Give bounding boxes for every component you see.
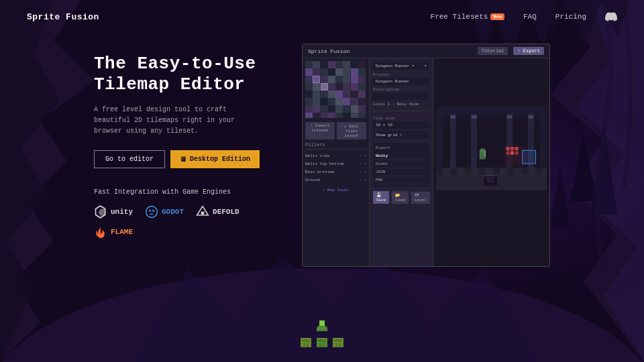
svg-rect-28 (436, 106, 443, 168)
flame-icon (94, 225, 107, 239)
svg-rect-53 (486, 177, 487, 183)
svg-point-4 (149, 210, 151, 212)
single-sprite (315, 319, 329, 333)
svg-rect-14 (464, 168, 472, 176)
svg-rect-72 (335, 343, 337, 347)
engine-defold[interactable]: DEFOLD (196, 205, 239, 219)
svg-rect-51 (484, 175, 497, 177)
mockup-canvas-panel (433, 58, 549, 266)
go-to-editor-button[interactable]: Go to editor (94, 150, 165, 168)
svg-rect-24 (535, 168, 543, 176)
project-label: Project (373, 72, 429, 77)
layer-item-2[interactable]: Walls top bottom ✓ × (305, 160, 366, 168)
unity-icon (94, 205, 107, 219)
map-label: Level 1 - Boss Room (373, 102, 429, 107)
nav-pricing-link[interactable]: Pricing (555, 13, 586, 21)
insert-tileset-btn[interactable]: ↑ Insert tileset (305, 122, 335, 139)
export-png[interactable]: PNG (376, 176, 427, 184)
svg-rect-22 (521, 168, 529, 176)
export-unity[interactable]: Unity (376, 152, 427, 160)
project-dropdown[interactable]: Dungeon Runner ▾ ▾ (373, 62, 429, 70)
tile-size-value: 16 × 16 (373, 121, 429, 129)
svg-rect-19 (500, 168, 507, 176)
show-grid-value[interactable]: Show grid ✓ (373, 131, 429, 139)
nav-faq-link[interactable]: FAQ (523, 13, 537, 21)
hero-subtitle: A free level design tool to craft beauti… (94, 105, 255, 137)
load-tool-btn[interactable]: 📂 Load (392, 191, 408, 204)
main-content: The Easy-to-Use Tilemap Editor A free le… (0, 34, 644, 267)
svg-rect-17 (486, 168, 493, 176)
svg-rect-73 (339, 343, 341, 347)
flame-label: FLAME (111, 228, 133, 236)
mockup-app-title: Sprite Fusion (308, 48, 350, 54)
tile-size-label: Tile size (373, 116, 429, 121)
mockup-tileset-panel: ↑ Insert tileset ✏ Edit tiles layout Pil… (303, 58, 370, 266)
editor-mockup: Sprite Fusion Tutorial ↑ Export (302, 44, 550, 267)
export-godot[interactable]: Godot (376, 160, 427, 168)
engine-unity[interactable]: unity (94, 205, 133, 219)
canvas-toolbar: 💾 Save 📂 Load 🗺 Level (373, 191, 429, 204)
svg-rect-13 (458, 168, 465, 176)
site-logo[interactable]: Sprite Fusion (27, 12, 99, 22)
svg-rect-42 (506, 147, 509, 150)
svg-rect-43 (511, 147, 514, 150)
unity-label: unity (111, 208, 133, 216)
export-button[interactable]: ↑ Export (513, 47, 544, 55)
game-canvas[interactable] (436, 61, 547, 235)
cta-buttons: Go to editor 🖥 Desktop Edition (94, 150, 282, 168)
nav-links: Free Tilesets New FAQ Pricing (431, 11, 617, 23)
hero-panel: The Easy-to-Use Tilemap Editor A free le… (94, 47, 282, 245)
level-tool-btn[interactable]: 🗺 Level (411, 192, 430, 204)
svg-rect-21 (514, 168, 521, 176)
svg-rect-65 (307, 343, 309, 347)
desktop-edition-button[interactable]: 🖥 Desktop Edition (170, 150, 260, 168)
svg-rect-30 (450, 115, 455, 168)
integration-title: Fast Integration with Game Engines (94, 188, 282, 196)
svg-rect-25 (542, 168, 547, 176)
svg-point-7 (201, 212, 205, 215)
tutorial-button[interactable]: Tutorial (478, 47, 508, 55)
mockup-body: ↑ Insert tileset ✏ Edit tiles layout Pil… (303, 58, 549, 266)
export-json[interactable]: JSON (376, 168, 427, 176)
svg-rect-54 (488, 177, 489, 183)
svg-rect-39 (480, 149, 485, 154)
svg-rect-64 (303, 343, 305, 347)
svg-rect-40 (485, 150, 486, 156)
svg-rect-61 (325, 327, 327, 331)
svg-rect-20 (507, 168, 515, 176)
description-label: Description (373, 87, 429, 92)
save-tool-btn[interactable]: 💾 Save (373, 191, 389, 204)
svg-rect-44 (515, 147, 518, 150)
engine-flame[interactable]: FLAME (94, 225, 133, 239)
svg-rect-71 (334, 339, 342, 342)
sprite-item-3 (331, 335, 345, 349)
discord-icon[interactable] (605, 11, 617, 23)
svg-point-5 (152, 210, 154, 212)
sprite-row (299, 335, 345, 349)
nav-tilesets-link[interactable]: Free Tilesets New (431, 13, 504, 21)
svg-point-3 (146, 206, 158, 218)
svg-rect-45 (506, 152, 509, 155)
svg-rect-67 (318, 339, 326, 342)
tileset-preview (305, 61, 366, 118)
svg-rect-26 (436, 106, 547, 115)
svg-rect-35 (507, 115, 513, 119)
edit-tiles-btn[interactable]: ✏ Edit tiles layout (337, 122, 366, 139)
svg-rect-46 (511, 152, 514, 155)
engine-row-1: unity GODOT DEFOLD (94, 205, 282, 219)
svg-rect-55 (490, 177, 491, 183)
svg-rect-10 (436, 168, 443, 176)
layer-item-1[interactable]: Walls side ✓ × (305, 152, 366, 160)
svg-rect-63 (302, 339, 310, 342)
layer-item-3[interactable]: Boss preview ✓ × (305, 168, 366, 176)
project-name-value: Dungeon Runner (373, 78, 429, 85)
svg-rect-68 (319, 343, 321, 347)
tilemap-svg (436, 61, 547, 235)
godot-icon (145, 205, 158, 219)
layer-item-4[interactable]: Ground ✓ × (305, 176, 366, 184)
add-layer-btn[interactable]: + New layer (305, 188, 366, 192)
mockup-titlebar: Sprite Fusion Tutorial ↑ Export (303, 44, 549, 58)
svg-rect-69 (323, 343, 325, 347)
engine-godot[interactable]: GODOT (145, 205, 184, 219)
defold-icon (196, 205, 209, 219)
